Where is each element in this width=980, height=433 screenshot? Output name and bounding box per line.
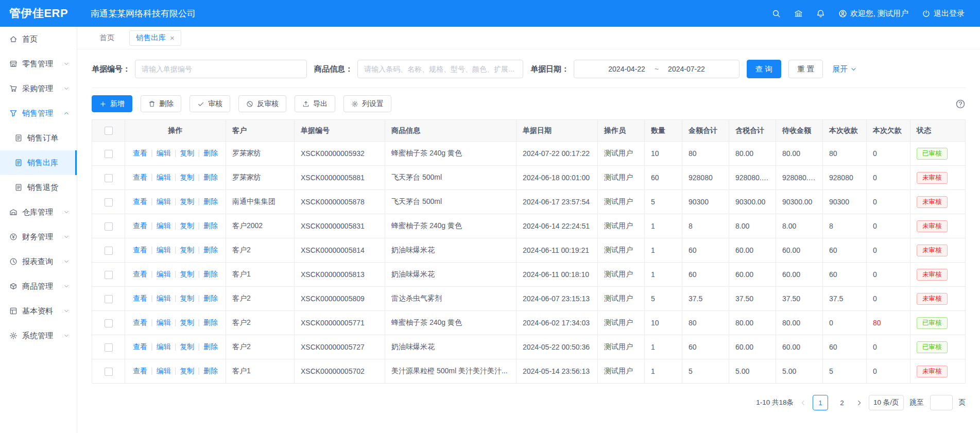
row-action-edit[interactable]: 编辑 xyxy=(157,197,171,205)
row-action-copy[interactable]: 复制 xyxy=(180,149,194,157)
row-action-copy[interactable]: 复制 xyxy=(180,342,194,351)
sidebar-item-warehouse[interactable]: 仓库管理 xyxy=(0,200,77,224)
search-icon[interactable] xyxy=(772,9,781,18)
date-range-picker[interactable]: 2024-04-22 ~ 2024-07-22 xyxy=(574,60,740,78)
row-checkbox[interactable] xyxy=(105,343,113,352)
row-action-delete[interactable]: 删除 xyxy=(203,318,218,326)
page-button-2[interactable]: 2 xyxy=(834,395,850,410)
tab-close-icon[interactable]: × xyxy=(170,34,175,42)
row-action-view[interactable]: 查看 xyxy=(133,149,147,157)
doc-no-input[interactable] xyxy=(135,60,307,78)
unaudit-button[interactable]: 反审核 xyxy=(238,95,286,112)
sidebar-item-sales-return[interactable]: 销售退货 xyxy=(0,175,77,200)
welcome-user[interactable]: 欢迎您, 测试用户 xyxy=(838,9,908,19)
row-checkbox[interactable] xyxy=(105,174,113,182)
sidebar-item-basic-data[interactable]: 基本资料 xyxy=(0,299,77,323)
bell-icon[interactable] xyxy=(816,9,825,18)
row-action-edit[interactable]: 编辑 xyxy=(157,294,171,302)
sidebar-item-sales[interactable]: 销售管理 xyxy=(0,101,77,126)
sidebar-item-finance[interactable]: 财务管理 xyxy=(0,224,77,249)
row-action-view[interactable]: 查看 xyxy=(133,270,147,278)
row-checkbox[interactable] xyxy=(105,150,113,158)
cell-tax-total: 80.00 xyxy=(729,142,776,166)
jump-input[interactable] xyxy=(930,395,953,410)
row-checkbox-cell xyxy=(92,238,125,263)
row-action-view[interactable]: 查看 xyxy=(133,246,147,254)
sidebar-item-home[interactable]: 首页 xyxy=(0,27,77,51)
row-action-view[interactable]: 查看 xyxy=(133,367,147,375)
row-action-edit[interactable]: 编辑 xyxy=(157,318,171,326)
cell-owed: 0 xyxy=(867,287,910,311)
row-checkbox[interactable] xyxy=(105,271,113,279)
row-action-copy[interactable]: 复制 xyxy=(180,197,194,205)
row-action-copy[interactable]: 复制 xyxy=(180,294,194,302)
row-action-delete[interactable]: 删除 xyxy=(203,197,218,205)
row-checkbox[interactable] xyxy=(105,247,113,255)
row-checkbox[interactable] xyxy=(105,198,113,206)
row-action-copy[interactable]: 复制 xyxy=(180,367,194,375)
row-action-view[interactable]: 查看 xyxy=(133,318,147,326)
row-action-edit[interactable]: 编辑 xyxy=(157,149,171,157)
add-button[interactable]: 新增 xyxy=(92,95,132,112)
row-action-delete[interactable]: 删除 xyxy=(203,173,218,181)
row-action-edit[interactable]: 编辑 xyxy=(157,173,171,181)
delete-button[interactable]: 删除 xyxy=(141,95,181,112)
row-action-delete[interactable]: 删除 xyxy=(203,246,218,254)
row-checkbox[interactable] xyxy=(105,222,113,231)
row-checkbox[interactable] xyxy=(105,295,113,303)
tab-home[interactable]: 首页 xyxy=(93,30,121,46)
row-action-edit[interactable]: 编辑 xyxy=(157,270,171,278)
help-icon[interactable] xyxy=(955,99,966,109)
prev-page-icon[interactable] xyxy=(800,400,806,406)
row-action-delete[interactable]: 删除 xyxy=(203,149,218,157)
sidebar-item-goods[interactable]: 商品管理 xyxy=(0,274,77,299)
row-action-copy[interactable]: 复制 xyxy=(180,221,194,230)
row-action-edit[interactable]: 编辑 xyxy=(157,221,171,230)
sidebar-item-purchase[interactable]: 采购管理 xyxy=(0,76,77,101)
cell-received: 37.5 xyxy=(823,287,867,311)
column-settings-button[interactable]: 列设置 xyxy=(343,95,391,112)
logout-button[interactable]: 退出登录 xyxy=(922,9,965,19)
row-action-delete[interactable]: 删除 xyxy=(203,270,218,278)
page-button-1[interactable]: 1 xyxy=(813,395,828,410)
product-input[interactable] xyxy=(357,60,523,78)
sidebar-item-label: 基本资料 xyxy=(22,306,63,316)
tab-sales-outbound[interactable]: 销售出库 × xyxy=(129,30,181,46)
row-action-delete[interactable]: 删除 xyxy=(203,294,218,302)
row-action-delete[interactable]: 删除 xyxy=(203,221,218,230)
row-action-delete[interactable]: 删除 xyxy=(203,367,218,375)
expand-link[interactable]: 展开 xyxy=(832,64,857,74)
building-icon[interactable] xyxy=(794,9,803,18)
row-action-view[interactable]: 查看 xyxy=(133,294,147,302)
page-size-select[interactable]: 10 条/页 xyxy=(869,395,904,410)
cell-doc-no: XSCK00000005813 xyxy=(295,263,385,287)
row-action-view[interactable]: 查看 xyxy=(133,342,147,351)
search-button[interactable]: 查 询 xyxy=(747,60,781,78)
row-action-delete[interactable]: 删除 xyxy=(203,342,218,351)
export-button[interactable]: 导出 xyxy=(295,95,335,112)
sidebar-item-sales-outbound[interactable]: 销售出库 xyxy=(0,150,77,175)
row-action-copy[interactable]: 复制 xyxy=(180,173,194,181)
row-action-edit[interactable]: 编辑 xyxy=(157,367,171,375)
cell-customer: 客户1 xyxy=(226,263,295,287)
row-action-view[interactable]: 查看 xyxy=(133,221,147,230)
audit-button[interactable]: 审核 xyxy=(190,95,230,112)
sidebar-item-sales-order[interactable]: 销售订单 xyxy=(0,126,77,150)
row-action-view[interactable]: 查看 xyxy=(133,173,147,181)
row-action-edit[interactable]: 编辑 xyxy=(157,246,171,254)
reset-button[interactable]: 重 置 xyxy=(788,60,823,78)
sidebar-item-report[interactable]: 报表查询 xyxy=(0,249,77,274)
sidebar-item-label: 销售出库 xyxy=(27,158,69,168)
row-action-edit[interactable]: 编辑 xyxy=(157,342,171,351)
sidebar-item-retail[interactable]: 零售管理 xyxy=(0,51,77,76)
row-action-view[interactable]: 查看 xyxy=(133,197,147,205)
row-checkbox[interactable] xyxy=(105,368,113,376)
row-action-copy[interactable]: 复制 xyxy=(180,270,194,278)
next-page-icon[interactable] xyxy=(856,400,863,406)
row-action-copy[interactable]: 复制 xyxy=(180,318,194,326)
select-all-checkbox[interactable] xyxy=(105,127,113,135)
column-header: 客户 xyxy=(226,120,295,142)
row-checkbox[interactable] xyxy=(105,319,113,327)
sidebar-item-system[interactable]: 系统管理 xyxy=(0,323,77,348)
row-action-copy[interactable]: 复制 xyxy=(180,246,194,254)
